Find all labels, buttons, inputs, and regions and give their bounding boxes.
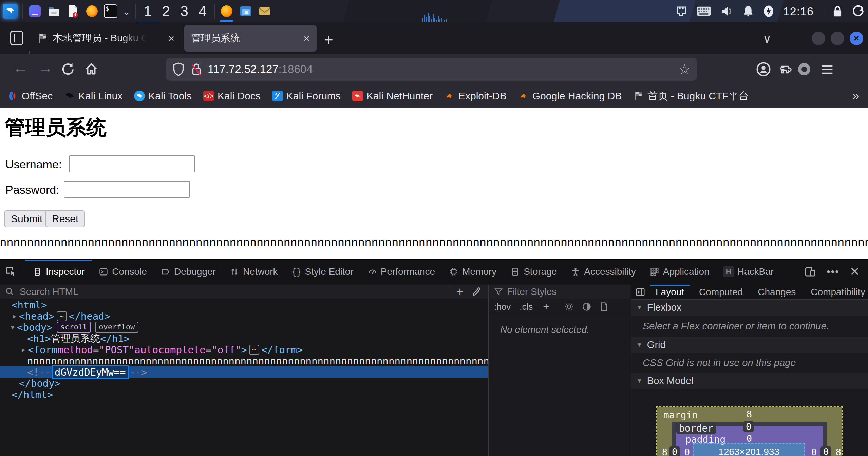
collapsed-ellipsis[interactable]: ⋯ <box>249 345 259 355</box>
reset-button[interactable]: Reset <box>45 210 85 227</box>
power-manager-icon[interactable] <box>763 5 774 17</box>
tab-compatibility[interactable]: Compatibility <box>803 285 868 299</box>
username-input[interactable] <box>69 155 195 172</box>
window-close-button[interactable]: × <box>850 32 863 45</box>
bookmarks-overflow-icon[interactable]: » <box>852 89 859 103</box>
tab-accessibility[interactable]: Accessibility <box>564 260 642 284</box>
add-rule-button[interactable]: + <box>543 301 549 313</box>
node-form[interactable]: ▶<form method="POST" autocomplete="off">… <box>0 344 488 355</box>
node-head[interactable]: ▶<head>⋯</head> <box>0 310 488 322</box>
terminal-icon[interactable]: $_ <box>104 4 117 18</box>
clock[interactable]: 12:16 <box>783 5 814 18</box>
insecure-lock-icon[interactable] <box>191 62 202 76</box>
bookmark-bugku-home[interactable]: 首页 - Bugku CTF平台 <box>633 89 749 103</box>
account-icon[interactable] <box>756 62 771 77</box>
boxmodel-section-header[interactable]: ▼Box Model <box>631 373 868 389</box>
tab-memory[interactable]: Memory <box>442 260 503 284</box>
filter-styles-bar[interactable]: Filter Styles <box>489 285 630 299</box>
network-icon[interactable] <box>675 5 687 17</box>
tab-close-icon[interactable]: × <box>303 32 310 45</box>
bookmark-kali-linux[interactable]: Kali Linux <box>64 90 122 102</box>
padding-top-value[interactable]: 0 <box>744 433 755 444</box>
tab-layout[interactable]: Layout <box>648 285 692 299</box>
padding-left-value[interactable]: 0 <box>682 447 692 456</box>
light-mode-sim-icon[interactable] <box>564 302 574 311</box>
tab-close-icon[interactable]: × <box>168 32 174 45</box>
tab-style-editor[interactable]: {} Style Editor <box>285 260 360 284</box>
node-body-close[interactable]: </body> <box>0 378 488 389</box>
taskbar-firefox-window[interactable] <box>220 4 234 18</box>
tracking-protection-shield-icon[interactable] <box>172 62 185 76</box>
flexbox-section-header[interactable]: ▼Flexbox <box>631 300 868 316</box>
bookmark-kali-tools[interactable]: Kali Tools <box>134 90 192 102</box>
node-html-open[interactable]: <html> <box>0 299 488 310</box>
collapse-arrow-icon[interactable]: ▼ <box>8 324 17 331</box>
file-manager-icon[interactable] <box>47 4 61 18</box>
border-right-value[interactable]: 0 <box>820 446 831 456</box>
tab-performance[interactable]: Performance <box>360 260 442 284</box>
tab-application[interactable]: Application <box>643 260 716 284</box>
taskbar-files-window[interactable] <box>239 4 253 18</box>
launcher-dropdown-icon[interactable]: ⌄ <box>122 5 131 17</box>
tab-bugku[interactable]: 本地管理员 - Bugku C × <box>32 25 180 52</box>
grid-section-header[interactable]: ▼Grid <box>631 337 868 353</box>
border-top-value[interactable]: 0 <box>743 421 754 432</box>
expand-arrow-icon[interactable]: ▶ <box>19 346 28 353</box>
firefox-launcher-icon[interactable] <box>85 4 99 18</box>
pick-element-icon[interactable] <box>0 260 22 284</box>
menu-hamburger-icon[interactable] <box>820 63 834 76</box>
workspace-2[interactable]: 2 <box>159 3 173 19</box>
firefox-view-icon[interactable] <box>10 31 23 45</box>
node-text[interactable]: nnnnnnnnnnnnnnnnnnnnnnnnnnnnnnnnnnnnnnnn… <box>0 355 488 366</box>
profile-avatar-icon[interactable] <box>798 63 810 75</box>
password-input[interactable] <box>64 181 190 198</box>
scroll-badge[interactable]: scroll <box>57 322 91 332</box>
logout-icon[interactable] <box>852 5 865 18</box>
list-all-tabs-icon[interactable]: ∨ <box>763 32 771 45</box>
tab-storage[interactable]: Storage <box>503 260 564 284</box>
submit-button[interactable]: Submit <box>4 210 49 227</box>
tab-computed[interactable]: Computed <box>692 285 750 299</box>
comment-edit-box[interactable]: dGVzdDEyMw== <box>52 365 129 379</box>
node-body[interactable]: ▼<body>scrolloverflow <box>0 322 488 333</box>
back-icon[interactable]: ← <box>13 59 28 76</box>
workspace-4[interactable]: 4 <box>196 3 209 19</box>
window-minimize-button[interactable] <box>812 32 825 45</box>
keyboard-layout-icon[interactable] <box>696 5 711 17</box>
notifications-bell-icon[interactable] <box>742 5 754 17</box>
margin-top-value[interactable]: 8 <box>743 409 755 419</box>
whisker-apps-icon[interactable] <box>28 4 42 18</box>
sidebar-toggle-icon[interactable] <box>635 287 645 297</box>
window-maximize-button[interactable] <box>831 32 844 45</box>
tab-network[interactable]: Network <box>223 260 285 284</box>
new-tab-button[interactable]: + <box>324 31 333 49</box>
margin-left-value[interactable]: 8 <box>660 447 670 456</box>
devtools-close-icon[interactable]: ✕ <box>850 265 860 279</box>
eyedropper-icon[interactable] <box>472 287 482 297</box>
node-h1[interactable]: <h1>管理员系统</h1> <box>0 333 488 344</box>
tab-inspector[interactable]: Inspector <box>25 260 92 284</box>
bookmark-offsec[interactable]: OffSec <box>7 90 53 102</box>
tab-hackbar[interactable]: H HackBar <box>716 260 780 284</box>
border-left-value[interactable]: 0 <box>669 446 680 456</box>
node-html-close[interactable]: </html> <box>0 389 488 400</box>
tab-admin-system-active[interactable]: 管理员系统 × <box>184 25 317 52</box>
document-viewer-icon[interactable] <box>66 4 80 18</box>
bookmark-google-hacking-db[interactable]: Google Hacking DB <box>518 90 622 102</box>
add-node-icon[interactable]: + <box>456 286 464 298</box>
bookmark-exploit-db[interactable]: Exploit-DB <box>444 90 507 102</box>
expand-arrow-icon[interactable]: ▶ <box>10 313 19 320</box>
print-media-sim-icon[interactable] <box>600 302 608 311</box>
tab-changes[interactable]: Changes <box>750 285 803 299</box>
bookmark-star-icon[interactable]: ☆ <box>678 61 691 77</box>
responsive-design-mode-icon[interactable] <box>804 266 816 278</box>
tab-debugger[interactable]: Debugger <box>154 260 223 284</box>
bookmark-kali-docs[interactable]: </> Kali Docs <box>203 90 261 102</box>
dark-mode-sim-icon[interactable] <box>582 302 591 311</box>
workspace-3[interactable]: 3 <box>177 3 191 19</box>
collapsed-ellipsis[interactable]: ⋯ <box>57 311 67 321</box>
margin-right-value[interactable]: 8 <box>833 447 844 456</box>
reload-icon[interactable] <box>60 62 75 76</box>
screen-lock-icon[interactable] <box>832 5 843 17</box>
url-bar[interactable]: 117.72.52.127:18604 ☆ <box>166 58 697 81</box>
